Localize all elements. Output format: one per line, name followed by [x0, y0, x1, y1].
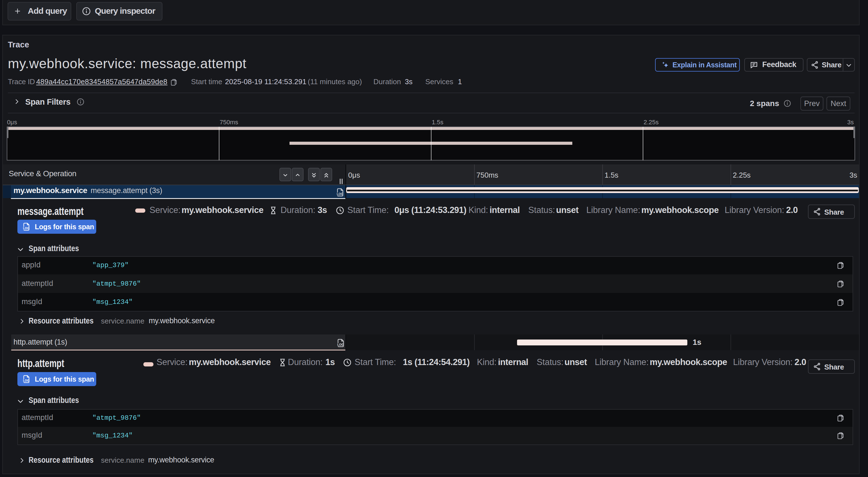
- svg-text:LOG: LOG: [23, 379, 29, 382]
- svg-text:LOG: LOG: [337, 343, 344, 346]
- svg-text:LOG: LOG: [23, 227, 29, 230]
- svg-text:LOG: LOG: [337, 192, 343, 196]
